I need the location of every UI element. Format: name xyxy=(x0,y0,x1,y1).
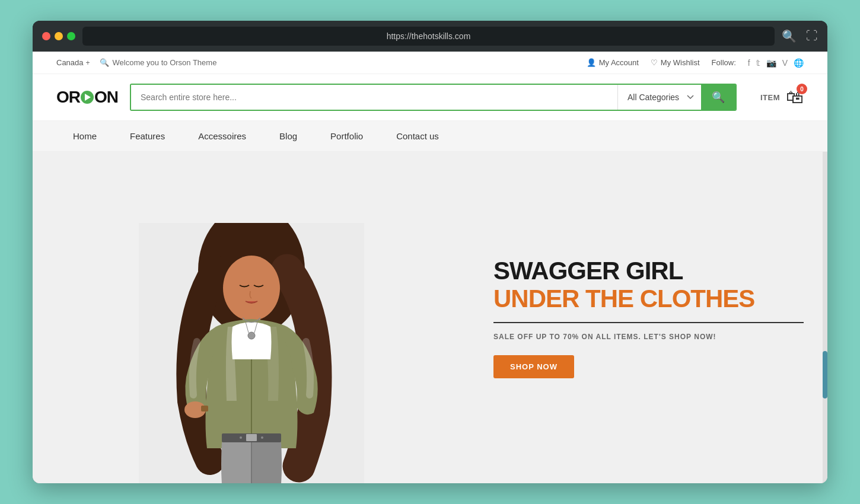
maximize-dot[interactable] xyxy=(67,32,75,40)
fullscreen-icon[interactable]: ⛶ xyxy=(806,29,818,43)
svg-point-12 xyxy=(248,332,255,339)
twitter-icon[interactable]: 𝕥 xyxy=(756,58,760,68)
svg-rect-11 xyxy=(201,406,208,412)
country-plus: + xyxy=(86,59,90,67)
search-button-icon: 🔍 xyxy=(712,91,725,104)
browser-dots xyxy=(42,32,75,40)
scrollbar-thumb[interactable] xyxy=(823,351,827,398)
hero-content: SWAGGER GIRL UNDER THE CLOTHES SALE OFF … xyxy=(470,152,827,483)
browser-search-icon[interactable]: 🔍 xyxy=(782,29,797,43)
site-nav: Home Features Accessoires Blog Portfolio… xyxy=(33,121,827,152)
browser-chrome: https://thehotskills.com 🔍 ⛶ xyxy=(33,21,827,52)
wishlist-label: My Wishlist xyxy=(661,58,700,67)
search-container: All Categories 🔍 xyxy=(130,84,737,111)
svg-point-7 xyxy=(240,436,242,439)
site-header: OR ON All Categories 🔍 ITEM 🛍 xyxy=(33,74,827,121)
close-dot[interactable] xyxy=(42,32,50,40)
welcome-text: 🔍 Welcome you to Orson Theme xyxy=(100,58,217,67)
nav-item-home[interactable]: Home xyxy=(56,121,113,152)
cart-label: ITEM xyxy=(760,93,780,102)
scrollbar-track xyxy=(823,152,827,483)
nav-item-blog[interactable]: Blog xyxy=(263,121,314,152)
browser-actions: 🔍 ⛶ xyxy=(782,29,818,43)
address-bar[interactable]: https://thehotskills.com xyxy=(82,27,775,46)
svg-point-3 xyxy=(223,256,280,321)
hero-image-area xyxy=(33,152,470,483)
social-icons: f 𝕥 📷 V 🌐 xyxy=(748,58,804,68)
top-bar: Canada + 🔍 Welcome you to Orson Theme 👤 … xyxy=(33,52,827,74)
wishlist-icon: ♡ xyxy=(651,58,658,67)
hero-title-sub: UNDER THE CLOTHES xyxy=(493,285,804,312)
nav-item-contact[interactable]: Contact us xyxy=(380,121,456,152)
hero-section: SWAGGER GIRL UNDER THE CLOTHES SALE OFF … xyxy=(33,152,827,483)
cart-badge: 0 xyxy=(797,84,807,94)
logo-on: ON xyxy=(94,88,118,107)
hero-tagline: SALE OFF UP TO 70% ON ALL ITEMS. LET'S S… xyxy=(493,333,804,341)
nav-item-accessoires[interactable]: Accessoires xyxy=(181,121,263,152)
shop-now-button[interactable]: SHOP NOW xyxy=(493,355,574,378)
nav-item-features[interactable]: Features xyxy=(113,121,181,152)
search-input[interactable] xyxy=(131,85,617,110)
logo-or: OR xyxy=(56,88,80,107)
url-text: https://thehotskills.com xyxy=(387,31,471,41)
cart-area: ITEM 🛍 0 xyxy=(760,87,804,107)
cart-icon-wrap[interactable]: 🛍 0 xyxy=(786,87,804,107)
instagram-icon[interactable]: 📷 xyxy=(766,58,776,68)
account-icon: 👤 xyxy=(587,58,596,67)
globe-icon[interactable]: 🌐 xyxy=(794,58,804,68)
search-button[interactable]: 🔍 xyxy=(701,85,735,110)
browser-window: https://thehotskills.com 🔍 ⛶ Canada + 🔍 … xyxy=(33,21,827,483)
logo[interactable]: OR ON xyxy=(56,88,118,107)
top-bar-right: 👤 My Account ♡ My Wishlist Follow: f 𝕥 📷… xyxy=(587,58,804,68)
vimeo-icon[interactable]: V xyxy=(782,58,788,68)
welcome-message: Welcome you to Orson Theme xyxy=(113,58,217,67)
minimize-dot[interactable] xyxy=(55,32,63,40)
svg-point-8 xyxy=(261,436,263,439)
follow-label: Follow: xyxy=(712,58,736,67)
country-name: Canada xyxy=(56,58,84,67)
logo-play-icon xyxy=(81,91,94,104)
facebook-icon[interactable]: f xyxy=(748,58,750,68)
my-account-link[interactable]: 👤 My Account xyxy=(587,58,639,67)
hero-image xyxy=(139,223,364,483)
top-bar-left: Canada + 🔍 Welcome you to Orson Theme xyxy=(56,58,216,67)
welcome-search-icon: 🔍 xyxy=(100,58,109,67)
svg-rect-6 xyxy=(246,434,257,441)
category-select[interactable]: All Categories xyxy=(618,85,701,110)
site-content: Canada + 🔍 Welcome you to Orson Theme 👤 … xyxy=(33,52,827,483)
nav-item-portfolio[interactable]: Portfolio xyxy=(314,121,380,152)
account-label: My Account xyxy=(599,58,639,67)
hero-divider xyxy=(493,322,804,323)
my-wishlist-link[interactable]: ♡ My Wishlist xyxy=(651,58,700,67)
country-selector[interactable]: Canada + xyxy=(56,58,90,67)
hero-title-main: SWAGGER GIRL xyxy=(493,257,804,285)
